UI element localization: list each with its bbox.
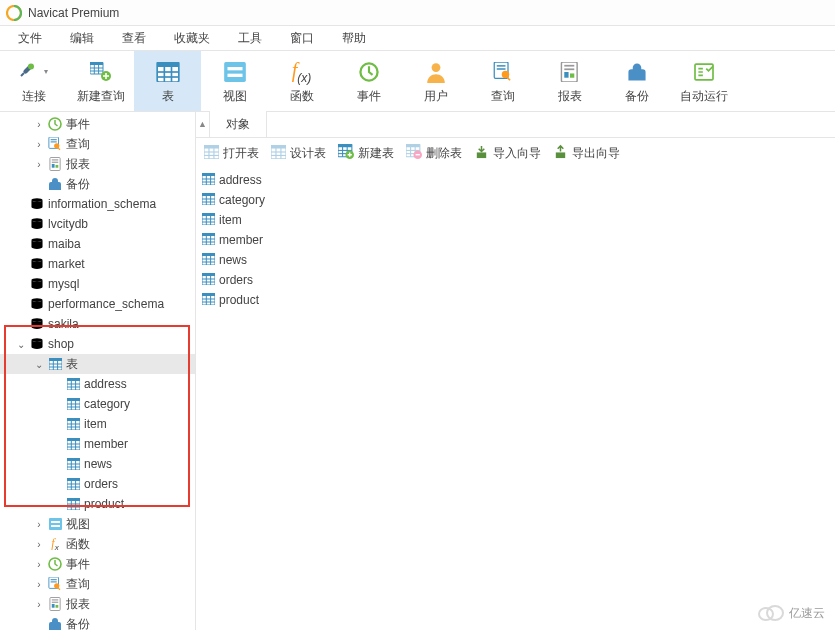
table-icon (202, 173, 215, 188)
tree-item-mysql[interactable]: mysql (0, 274, 195, 294)
tool-connect[interactable]: ▾连接 (0, 51, 67, 111)
tool-auto[interactable]: 自动运行 (670, 51, 737, 111)
tool-report[interactable]: 报表 (536, 51, 603, 111)
table-icon (202, 253, 215, 268)
list-item[interactable]: orders (202, 270, 829, 290)
menu-view[interactable]: 查看 (108, 28, 160, 49)
tree-twisty-icon[interactable]: › (32, 519, 46, 530)
tree-item-备份[interactable]: 备份 (0, 614, 195, 630)
tree-item-member[interactable]: member (0, 434, 195, 454)
tool-table[interactable]: 表 (134, 51, 201, 111)
table-icon (64, 438, 82, 450)
action-newtable[interactable]: 新建表 (338, 144, 394, 162)
menu-help[interactable]: 帮助 (328, 28, 380, 49)
tree-twisty-icon[interactable]: › (32, 139, 46, 150)
query-icon (492, 58, 514, 86)
action-table: 打开表 (204, 145, 259, 162)
tool-function[interactable]: f(x)函数 (268, 51, 335, 111)
table-icon (64, 378, 82, 390)
table-icon (64, 458, 82, 470)
backup-icon (46, 618, 64, 630)
tree-item-函数[interactable]: ›fx函数 (0, 534, 195, 554)
menu-window[interactable]: 窗口 (276, 28, 328, 49)
table-icon (202, 213, 215, 228)
dbgr-icon (28, 278, 46, 290)
menu-edit[interactable]: 编辑 (56, 28, 108, 49)
tree-item-报表[interactable]: ›报表 (0, 594, 195, 614)
table-icon (202, 293, 215, 308)
menu-favorites[interactable]: 收藏夹 (160, 28, 224, 49)
tree-item-备份[interactable]: 备份 (0, 174, 195, 194)
tree-item-performance_schema[interactable]: performance_schema (0, 294, 195, 314)
tree-item-事件[interactable]: ›事件 (0, 114, 195, 134)
tree-item-news[interactable]: news (0, 454, 195, 474)
list-item[interactable]: item (202, 210, 829, 230)
tree-item-事件[interactable]: ›事件 (0, 554, 195, 574)
tree-item-category[interactable]: category (0, 394, 195, 414)
tree-twisty-icon[interactable]: ⌄ (14, 339, 28, 350)
tab-scroll-icon[interactable]: ▲ (196, 111, 210, 137)
view-icon (223, 58, 247, 86)
design-icon (271, 145, 286, 162)
menu-file[interactable]: 文件 (4, 28, 56, 49)
tree-twisty-icon[interactable]: › (32, 559, 46, 570)
list-item[interactable]: news (202, 250, 829, 270)
tree-item-orders[interactable]: orders (0, 474, 195, 494)
tree-item-报表[interactable]: ›报表 (0, 154, 195, 174)
tool-query[interactable]: 查询 (469, 51, 536, 111)
list-item[interactable]: address (202, 170, 829, 190)
tool-backup[interactable]: 备份 (603, 51, 670, 111)
newquery-icon (90, 58, 112, 86)
tool-newquery[interactable]: 新建查询 (67, 51, 134, 111)
tree-item-sakila[interactable]: sakila (0, 314, 195, 334)
tree-twisty-icon[interactable]: › (32, 599, 46, 610)
sidebar-tree[interactable]: ›事件›查询›报表备份information_schemalvcitydbmai… (0, 112, 196, 630)
tree-item-address[interactable]: address (0, 374, 195, 394)
tree-item-shop[interactable]: ⌄shop (0, 334, 195, 354)
tree-twisty-icon[interactable]: › (32, 159, 46, 170)
dbg-icon (28, 338, 46, 350)
toolbar: ▾连接新建查询表视图f(x)函数事件用户查询报表备份自动运行 (0, 50, 835, 112)
tab-objects[interactable]: 对象 (210, 111, 267, 137)
tree-item-maiba[interactable]: maiba (0, 234, 195, 254)
tree-item-information_schema[interactable]: information_schema (0, 194, 195, 214)
tree-item-market[interactable]: market (0, 254, 195, 274)
watermark-text: 亿速云 (789, 605, 825, 622)
action-export[interactable]: 导出向导 (553, 144, 620, 162)
clock-icon (358, 58, 380, 86)
fx-icon: f(x) (292, 58, 312, 86)
table-icon (64, 418, 82, 430)
tree-item-product[interactable]: product (0, 494, 195, 514)
list-item[interactable]: member (202, 230, 829, 250)
tool-event[interactable]: 事件 (335, 51, 402, 111)
list-item[interactable]: category (202, 190, 829, 210)
tree-item-lvcitydb[interactable]: lvcitydb (0, 214, 195, 234)
fx-icon: fx (46, 536, 64, 552)
tree-twisty-icon[interactable]: › (32, 119, 46, 130)
titlebar: Navicat Premium (0, 0, 835, 26)
tree-item-查询[interactable]: ›查询 (0, 134, 195, 154)
list-item[interactable]: product (202, 290, 829, 310)
tree-twisty-icon[interactable]: ⌄ (32, 359, 46, 370)
tool-user[interactable]: 用户 (402, 51, 469, 111)
tree-item-item[interactable]: item (0, 414, 195, 434)
menu-tools[interactable]: 工具 (224, 28, 276, 49)
action-import[interactable]: 导入向导 (474, 144, 541, 162)
tree-twisty-icon[interactable]: › (32, 539, 46, 550)
tree-twisty-icon[interactable]: › (32, 579, 46, 590)
tree-item-表[interactable]: ⌄表 (0, 354, 195, 374)
dbgr-icon (28, 298, 46, 310)
tool-view[interactable]: 视图 (201, 51, 268, 111)
tree-item-查询[interactable]: ›查询 (0, 574, 195, 594)
import-icon (474, 144, 489, 162)
tree-item-视图[interactable]: ›视图 (0, 514, 195, 534)
event-icon (46, 557, 64, 571)
table-icon (64, 478, 82, 490)
table-icon (156, 58, 180, 86)
table-icon (202, 273, 215, 288)
dbgr-icon (28, 198, 46, 210)
content-tabbar: ▲ 对象 (196, 112, 835, 138)
plug-icon: ▾ (20, 58, 48, 86)
dbgr-icon (28, 238, 46, 250)
deltable-icon (406, 144, 422, 162)
